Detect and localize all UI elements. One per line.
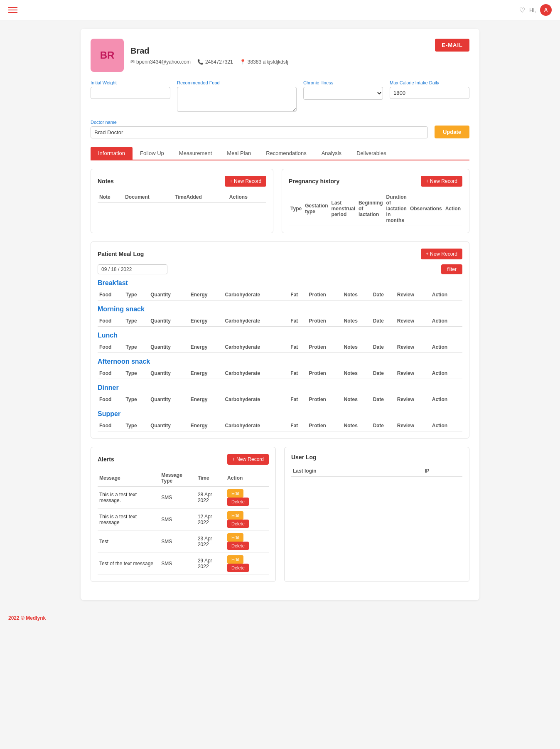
profile-meta: ✉ bpenn3434@yahoo.com 📞 2484727321 📍 383… bbox=[130, 59, 288, 65]
alerts-table-row: This is a test text message. SMS 28 Apr … bbox=[98, 487, 269, 509]
lunch-title: Lunch bbox=[98, 332, 462, 339]
doctor-name-group: Doctor name bbox=[91, 120, 428, 138]
alert-edit-button[interactable]: Edit bbox=[227, 555, 243, 564]
user-log-title: User Log bbox=[291, 454, 317, 461]
chronic-illness-group: Chronic Illness bbox=[303, 80, 383, 113]
preg-col-action: Action bbox=[444, 192, 462, 226]
alert-actions: Edit Delete bbox=[226, 553, 269, 575]
alert-message: Test of the text message bbox=[98, 553, 160, 575]
pregnancy-title: Pregnancy history bbox=[289, 178, 339, 185]
col-energy: Energy bbox=[189, 289, 224, 301]
alert-type: SMS bbox=[160, 509, 196, 531]
meal-log-new-record-button[interactable]: + New Record bbox=[421, 249, 462, 259]
tab-recommendations[interactable]: Recomendations bbox=[258, 147, 314, 160]
pregnancy-panel-header: Pregnancy history + New Record bbox=[289, 176, 462, 187]
alerts-userlog-row: Alerts + New Record Message Message Type… bbox=[91, 447, 469, 582]
alert-edit-button[interactable]: Edit bbox=[227, 533, 243, 542]
profile-email: bpenn3434@yahoo.com bbox=[136, 59, 191, 65]
tab-information[interactable]: Information bbox=[91, 147, 133, 160]
bell-icon[interactable]: ♡ bbox=[519, 6, 525, 14]
alert-actions: Edit Delete bbox=[226, 531, 269, 553]
email-button[interactable]: E-MAIL bbox=[435, 39, 469, 52]
alert-delete-button[interactable]: Delete bbox=[227, 542, 249, 550]
envelope-icon: ✉ bbox=[130, 59, 135, 65]
profile-address: 38383 alkjsfdjkdsfj bbox=[248, 59, 288, 65]
profile-avatar: BR bbox=[91, 39, 124, 72]
profile-email-meta: ✉ bpenn3434@yahoo.com bbox=[130, 59, 191, 65]
tab-analysis[interactable]: Analysis bbox=[314, 147, 349, 160]
chronic-illness-label: Chronic Illness bbox=[303, 80, 383, 85]
pregnancy-new-record-button[interactable]: + New Record bbox=[421, 176, 462, 187]
col-type: Type bbox=[124, 289, 149, 301]
alerts-panel: Alerts + New Record Message Message Type… bbox=[91, 447, 276, 582]
col-action: Action bbox=[430, 289, 462, 301]
alert-message: Test bbox=[98, 531, 160, 553]
notes-table: Note Document TimeAdded Actions bbox=[98, 192, 266, 203]
notes-col-timeadded: TimeAdded bbox=[173, 192, 228, 203]
profile-info: Brad ✉ bpenn3434@yahoo.com 📞 2484727321 … bbox=[130, 46, 288, 65]
doctor-row: Doctor name Update bbox=[91, 120, 469, 138]
notes-pregnancy-row: Notes + New Record Note Document TimeAdd… bbox=[91, 169, 469, 233]
col-quantity: Quantity bbox=[149, 289, 189, 301]
alert-time: 23 Apr 2022 bbox=[196, 531, 226, 553]
tab-meal-plan[interactable]: Meal Plan bbox=[219, 147, 258, 160]
user-log-panel-header: User Log bbox=[291, 454, 462, 461]
preg-col-type: Type bbox=[289, 192, 303, 226]
initial-weight-input[interactable] bbox=[91, 87, 170, 99]
breakfast-table: Food Type Quantity Energy Carbohyderate … bbox=[98, 289, 462, 301]
max-calorie-input[interactable] bbox=[390, 87, 469, 99]
tabs-bar: Information Follow Up Measurement Meal P… bbox=[91, 147, 469, 160]
alert-edit-button[interactable]: Edit bbox=[227, 489, 243, 498]
col-review: Review bbox=[395, 289, 430, 301]
recommended-food-label: Recommended Food bbox=[177, 80, 297, 85]
alerts-table-row: Test of the text message SMS 29 Apr 2022… bbox=[98, 553, 269, 575]
footer-copyright: © bbox=[21, 615, 25, 621]
user-log-col-ip: IP bbox=[423, 466, 462, 477]
notes-col-document: Document bbox=[123, 192, 173, 203]
filter-button[interactable]: filter bbox=[441, 264, 462, 274]
hamburger-menu[interactable] bbox=[8, 7, 17, 13]
alert-delete-button[interactable]: Delete bbox=[227, 498, 249, 506]
lunch-table: FoodTypeQuantityEnergyCarbohyderateFatPr… bbox=[98, 342, 462, 353]
tab-follow-up[interactable]: Follow Up bbox=[133, 147, 172, 160]
alert-time: 29 Apr 2022 bbox=[196, 553, 226, 575]
alert-message: This is a test text message. bbox=[98, 487, 160, 509]
tab-measurement[interactable]: Measurement bbox=[172, 147, 219, 160]
profile-left: BR Brad ✉ bpenn3434@yahoo.com 📞 24847273… bbox=[91, 39, 288, 72]
doctor-name-label: Doctor name bbox=[91, 120, 428, 125]
preg-col-lactation-dur: Duration of lactation in months bbox=[385, 192, 408, 226]
recommended-food-input[interactable] bbox=[177, 87, 297, 112]
alerts-new-record-button[interactable]: + New Record bbox=[227, 454, 269, 465]
user-avatar[interactable]: A bbox=[540, 4, 552, 16]
afternoon-snack-title: Afternoon snack bbox=[98, 358, 462, 365]
chronic-illness-select[interactable] bbox=[303, 87, 383, 100]
meal-date-input[interactable] bbox=[98, 264, 167, 274]
alert-edit-button[interactable]: Edit bbox=[227, 511, 243, 520]
profile-section: BR Brad ✉ bpenn3434@yahoo.com 📞 24847273… bbox=[91, 39, 469, 72]
alert-delete-button[interactable]: Delete bbox=[227, 564, 249, 572]
afternoon-snack-table: FoodTypeQuantityEnergyCarbohyderateFatPr… bbox=[98, 368, 462, 379]
alerts-col-time: Time bbox=[196, 470, 226, 487]
topnav-right: ♡ Hi, A bbox=[519, 4, 552, 16]
alert-actions: Edit Delete bbox=[226, 509, 269, 531]
main-container: BR Brad ✉ bpenn3434@yahoo.com 📞 24847273… bbox=[81, 29, 479, 600]
location-icon: 📍 bbox=[240, 59, 246, 65]
alert-type: SMS bbox=[160, 487, 196, 509]
pregnancy-table: Type Gestation type Last menstrual perio… bbox=[289, 192, 462, 226]
alerts-table-row: This is a test text message SMS 12 Apr 2… bbox=[98, 509, 269, 531]
notes-title: Notes bbox=[98, 178, 114, 185]
alerts-table: Message Message Type Time Action This is… bbox=[98, 470, 269, 575]
profile-phone-meta: 📞 2484727321 bbox=[197, 59, 233, 65]
patient-form-grid: Initial Weight Recommended Food Chronic … bbox=[91, 80, 469, 113]
notes-new-record-button[interactable]: + New Record bbox=[225, 176, 266, 187]
tab-deliverables[interactable]: Deliverables bbox=[349, 147, 394, 160]
alert-delete-button[interactable]: Delete bbox=[227, 520, 249, 528]
meal-log-section: Patient Meal Log + New Record filter Bre… bbox=[91, 241, 469, 439]
update-button[interactable]: Update bbox=[435, 126, 469, 138]
col-carb: Carbohyderate bbox=[224, 289, 289, 301]
alert-actions: Edit Delete bbox=[226, 487, 269, 509]
notes-col-note: Note bbox=[98, 192, 123, 203]
dinner-title: Dinner bbox=[98, 384, 462, 392]
doctor-name-input[interactable] bbox=[91, 126, 428, 138]
dinner-table: FoodTypeQuantityEnergyCarbohyderateFatPr… bbox=[98, 394, 462, 405]
